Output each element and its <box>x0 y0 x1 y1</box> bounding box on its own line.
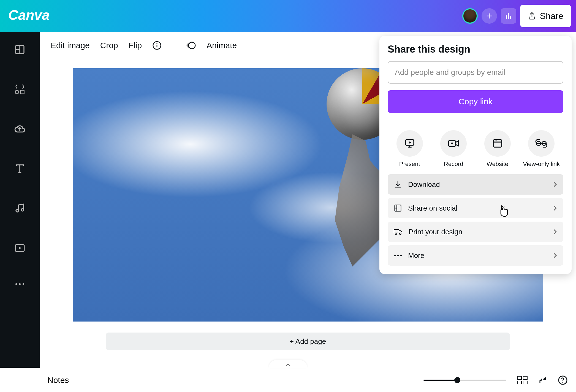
chevron-right-icon <box>553 252 557 259</box>
more-icon <box>14 282 26 286</box>
copy-link-button[interactable]: Copy link <box>388 90 563 113</box>
present-icon <box>404 138 415 149</box>
download-icon <box>394 180 402 189</box>
svg-point-31 <box>400 233 401 235</box>
rail-audio[interactable] <box>14 203 26 214</box>
fullscreen-button[interactable] <box>539 376 547 384</box>
quick-viewonly[interactable]: View-only link <box>521 130 562 168</box>
insights-button[interactable] <box>501 8 516 24</box>
svg-rect-15 <box>517 381 521 384</box>
toolbar-divider <box>174 39 174 52</box>
svg-rect-14 <box>523 376 527 380</box>
share-divider <box>379 122 572 122</box>
help-icon <box>558 375 568 385</box>
rail-more[interactable] <box>14 282 26 286</box>
link-icon <box>535 139 547 148</box>
avatar[interactable] <box>462 8 478 24</box>
edit-image-button[interactable]: Edit image <box>51 41 90 50</box>
svg-point-7 <box>15 283 17 285</box>
list-share-social[interactable]: Share on social <box>388 198 563 218</box>
animate-icon <box>186 40 196 50</box>
svg-point-4 <box>16 209 18 212</box>
svg-point-23 <box>495 141 496 141</box>
bar-chart-icon <box>504 12 513 20</box>
top-bar: Canva Share <box>0 0 576 32</box>
flip-button[interactable]: Flip <box>129 41 142 50</box>
svg-rect-29 <box>394 230 399 233</box>
info-button[interactable] <box>152 41 162 50</box>
rail-videos[interactable] <box>14 242 26 254</box>
svg-point-18 <box>562 382 563 383</box>
plus-icon <box>485 12 493 20</box>
page-panel-toggle[interactable] <box>269 360 307 368</box>
svg-point-2 <box>15 90 19 94</box>
list-print[interactable]: Print your design <box>388 222 563 242</box>
quick-website[interactable]: Website <box>477 130 518 168</box>
chevron-right-icon <box>553 205 557 211</box>
rail-text[interactable] <box>14 163 26 175</box>
svg-point-33 <box>397 255 399 256</box>
help-button[interactable] <box>558 375 568 385</box>
crop-button[interactable]: Crop <box>100 41 118 50</box>
share-email-input[interactable]: Add people and groups by email <box>388 61 563 84</box>
list-download[interactable]: Download <box>388 174 563 195</box>
add-page-button[interactable]: + Add page <box>106 333 510 350</box>
svg-point-30 <box>395 233 397 235</box>
share-button[interactable]: Share <box>520 5 571 27</box>
copy-link-label: Copy link <box>458 97 492 106</box>
quick-present[interactable]: Present <box>389 130 430 168</box>
rail-uploads[interactable] <box>14 123 26 135</box>
svg-rect-22 <box>493 140 502 147</box>
quick-website-label: Website <box>487 160 508 168</box>
chevron-up-icon <box>285 363 291 367</box>
quick-viewonly-label: View-only link <box>523 160 560 168</box>
grid-icon <box>517 376 528 384</box>
create-button[interactable] <box>482 8 497 24</box>
quick-record-label: Record <box>444 160 463 168</box>
text-icon <box>14 163 26 175</box>
svg-rect-27 <box>540 143 543 144</box>
svg-point-21 <box>451 143 453 145</box>
elements-icon <box>14 83 26 95</box>
svg-point-5 <box>21 209 24 211</box>
svg-rect-16 <box>523 381 527 384</box>
chevron-right-icon <box>553 228 557 235</box>
cursor-pointer-icon <box>498 205 517 217</box>
svg-rect-3 <box>21 90 24 94</box>
add-page-label: + Add page <box>290 337 326 346</box>
svg-point-11 <box>156 43 157 44</box>
svg-point-12 <box>189 42 195 49</box>
bottom-bar: Notes <box>0 368 576 392</box>
more-dots-icon <box>394 254 402 257</box>
left-rail <box>0 32 40 368</box>
svg-rect-13 <box>517 376 521 380</box>
video-icon <box>14 242 26 254</box>
quick-record[interactable]: Record <box>433 130 474 168</box>
quick-present-label: Present <box>399 160 420 168</box>
zoom-thumb[interactable] <box>454 377 460 383</box>
info-icon <box>152 41 162 50</box>
share-icon <box>528 12 536 20</box>
animate-button[interactable]: Animate <box>207 41 237 50</box>
svg-point-34 <box>400 255 402 256</box>
canva-logo[interactable]: Canva <box>8 8 55 24</box>
svg-point-24 <box>496 141 497 141</box>
list-print-label: Print your design <box>409 228 462 236</box>
share-panel-title: Share this design <box>388 43 563 55</box>
rail-templates[interactable] <box>14 44 25 55</box>
record-icon <box>448 138 459 149</box>
svg-point-9 <box>23 283 24 285</box>
page-grid-button[interactable] <box>517 376 528 384</box>
svg-point-32 <box>394 255 396 256</box>
share-email-placeholder: Add people and groups by email <box>395 68 506 77</box>
templates-icon <box>14 44 25 55</box>
share-panel: Share this design Add people and groups … <box>379 36 572 274</box>
animate-icon-button[interactable] <box>186 40 196 50</box>
truck-icon <box>394 228 403 236</box>
notes-button[interactable]: Notes <box>47 375 69 385</box>
zoom-slider[interactable] <box>423 380 506 381</box>
list-more[interactable]: More <box>388 245 563 266</box>
share-button-label: Share <box>540 11 563 21</box>
expand-icon <box>539 376 547 384</box>
rail-elements[interactable] <box>14 83 26 95</box>
